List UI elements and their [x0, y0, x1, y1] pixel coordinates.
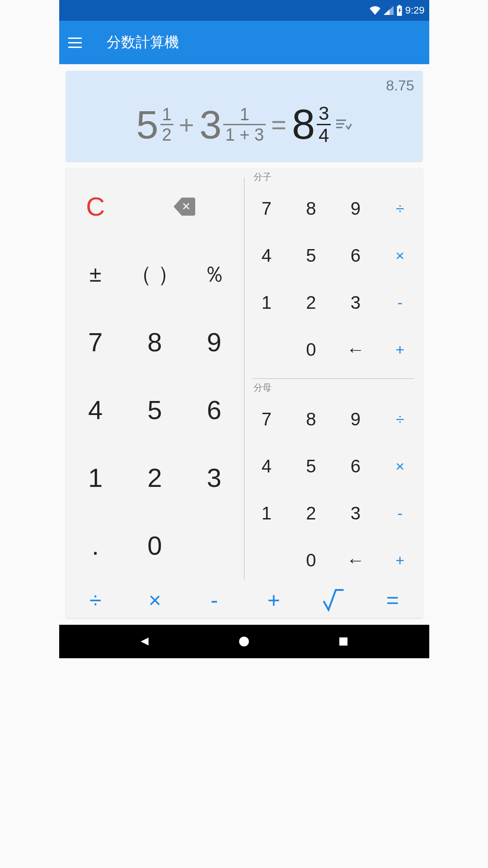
eight-button[interactable]: 8 [125, 308, 184, 376]
den-minus-button[interactable]: - [378, 490, 422, 537]
expression-row: 5 1 2 + 3 1 1 + 3 = 8 3 4 [74, 94, 414, 155]
numerator-pad: 分子 7 8 9 ÷ 4 5 6 × 1 2 3 - 0 ← [244, 171, 422, 373]
term1-whole: 5 [136, 102, 159, 148]
term2-whole: 3 [200, 102, 222, 148]
one-button[interactable]: 1 [66, 443, 125, 511]
num-six-button[interactable]: 6 [333, 232, 378, 279]
navigation-bar [59, 625, 429, 658]
num-five-button[interactable]: 5 [289, 232, 333, 279]
four-button[interactable]: 4 [66, 376, 125, 443]
term2-denominator: 1 + 3 [223, 125, 266, 144]
sqrt-button[interactable] [304, 587, 363, 613]
den-six-button[interactable]: 6 [333, 443, 378, 490]
num-divide-button[interactable]: ÷ [378, 185, 422, 232]
den-back-button[interactable]: ← [333, 537, 378, 584]
dot-button[interactable]: . [66, 511, 125, 579]
seven-button[interactable]: 7 [66, 308, 125, 376]
nav-recent-button[interactable] [334, 632, 352, 651]
empty-cell [244, 326, 289, 373]
num-four-button[interactable]: 4 [244, 232, 289, 279]
status-bar: 9:29 [59, 0, 429, 21]
fraction-divider [253, 378, 414, 379]
status-time: 9:29 [405, 5, 425, 16]
result-term: 8 3 4 [292, 101, 331, 148]
nav-home-button[interactable] [235, 632, 253, 651]
den-four-button[interactable]: 4 [244, 443, 289, 490]
operator-equals: = [271, 109, 286, 140]
backspace-button[interactable]: ✕ [125, 173, 244, 241]
num-minus-button[interactable]: - [378, 279, 422, 326]
den-divide-button[interactable]: ÷ [378, 396, 422, 443]
den-three-button[interactable]: 3 [333, 490, 378, 537]
clear-button[interactable]: C [66, 173, 125, 241]
minus-button[interactable]: - [185, 587, 244, 613]
three-button[interactable]: 3 [184, 443, 244, 511]
two-button[interactable]: 2 [125, 443, 184, 511]
operator-row: ÷ × - + = [66, 584, 422, 618]
backspace-icon: ✕ [174, 198, 195, 216]
num-zero-button[interactable]: 0 [289, 326, 333, 373]
den-five-button[interactable]: 5 [289, 443, 333, 490]
paren-button[interactable]: （ ） [125, 241, 184, 308]
nine-button[interactable]: 9 [184, 308, 244, 376]
svg-rect-4 [339, 637, 347, 646]
num-nine-button[interactable]: 9 [333, 185, 378, 232]
den-plus-button[interactable]: + [378, 537, 422, 584]
wifi-icon [369, 6, 381, 15]
num-multiply-button[interactable]: × [378, 232, 422, 279]
fraction-keypad: 分子 7 8 9 ÷ 4 5 6 × 1 2 3 - 0 ← [244, 168, 422, 584]
den-seven-button[interactable]: 7 [244, 396, 289, 443]
operator-plus: + [179, 109, 194, 140]
six-button[interactable]: 6 [184, 376, 244, 443]
num-seven-button[interactable]: 7 [244, 185, 289, 232]
num-eight-button[interactable]: 8 [289, 185, 333, 232]
numerator-label: 分子 [244, 171, 422, 183]
den-nine-button[interactable]: 9 [333, 396, 378, 443]
expression-display: 8.75 5 1 2 + 3 1 1 + 3 = 8 3 4 [66, 71, 422, 161]
equals-button[interactable]: = [363, 587, 422, 613]
five-button[interactable]: 5 [125, 376, 184, 443]
num-back-button[interactable]: ← [333, 326, 378, 373]
nav-back-button[interactable] [136, 632, 154, 651]
app-title: 分数計算機 [107, 33, 179, 52]
keypad: C ✕ ± （ ） ％ 7 8 9 4 5 6 1 2 3 . 0 分子 7 8 [66, 168, 422, 618]
den-zero-button[interactable]: 0 [289, 537, 333, 584]
plus-button[interactable]: + [244, 587, 304, 613]
term1-numerator: 1 [160, 105, 174, 124]
term-1: 5 1 2 [136, 102, 174, 148]
num-two-button[interactable]: 2 [289, 279, 333, 326]
steps-icon[interactable] [336, 118, 352, 131]
signal-icon [384, 6, 394, 15]
num-three-button[interactable]: 3 [333, 279, 378, 326]
term-2: 3 1 1 + 3 [200, 102, 266, 148]
den-two-button[interactable]: 2 [289, 490, 333, 537]
menu-icon[interactable] [68, 38, 82, 48]
zero-button[interactable]: 0 [125, 511, 184, 579]
empty-cell [184, 511, 244, 579]
main-keypad: C ✕ ± （ ） ％ 7 8 9 4 5 6 1 2 3 . 0 [66, 168, 244, 584]
denominator-label: 分母 [244, 382, 422, 394]
percent-button[interactable]: ％ [184, 241, 244, 308]
result-denominator: 4 [317, 125, 331, 146]
empty-cell [244, 537, 289, 584]
decimal-result: 8.75 [74, 77, 414, 94]
den-one-button[interactable]: 1 [244, 490, 289, 537]
divide-button[interactable]: ÷ [66, 587, 126, 613]
multiply-button[interactable]: × [125, 587, 185, 613]
result-numerator: 3 [317, 103, 331, 124]
den-eight-button[interactable]: 8 [289, 396, 333, 443]
battery-icon [396, 5, 403, 16]
sign-button[interactable]: ± [66, 241, 125, 308]
denominator-pad: 分母 7 8 9 ÷ 4 5 6 × 1 2 3 - 0 ← [244, 382, 422, 584]
term1-denominator: 2 [160, 125, 174, 144]
num-one-button[interactable]: 1 [244, 279, 289, 326]
num-plus-button[interactable]: + [378, 326, 422, 373]
den-multiply-button[interactable]: × [378, 443, 422, 490]
svg-point-3 [239, 637, 249, 646]
term2-numerator: 1 [238, 105, 251, 124]
app-toolbar: 分数計算機 [59, 21, 429, 64]
result-whole: 8 [292, 101, 315, 148]
